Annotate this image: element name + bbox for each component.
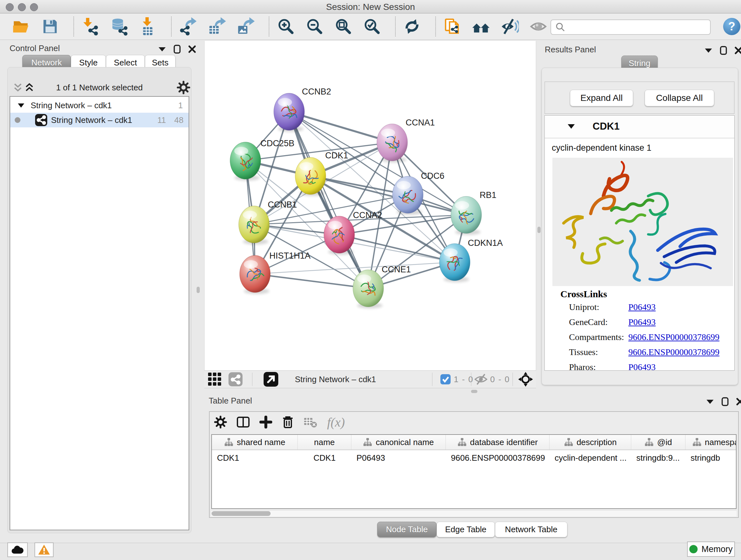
network-edge-CCNA2-CDKN1A[interactable] [339,235,455,262]
control-panel-float-icon[interactable] [158,46,166,52]
hide-results-icon[interactable] [500,17,519,36]
column-header-namespac[interactable]: namespac [685,435,737,449]
control-panel-close-icon[interactable] [188,45,196,53]
export-table-icon[interactable] [207,17,226,36]
table-panel-window-icon[interactable] [721,397,729,406]
crosslink-value-link[interactable]: P06493 [628,302,656,312]
table-settings-gear-icon[interactable] [214,416,227,428]
crosslink-value-link[interactable]: 9606.ENSP00000378699 [628,347,719,357]
folder-open-icon[interactable] [12,17,30,36]
network-edge-HIST1H1A-CCNE1[interactable] [255,274,368,288]
network-badge-icon [35,114,47,126]
results-panel-close-icon[interactable] [734,46,741,55]
column-header--id[interactable]: @id [631,435,685,449]
column-header-database-identifier[interactable]: database identifier [446,435,549,449]
network-tree-child-row[interactable]: String Network – cdk1 11 48 [10,113,189,127]
import-database-icon[interactable] [110,17,128,36]
export-network-icon[interactable] [179,17,197,36]
status-footer: Memory [0,543,741,560]
network-edge-CCNB2-CCNA1[interactable] [289,112,392,142]
zoom-fit-icon[interactable] [334,17,352,36]
memory-button[interactable]: Memory [687,542,735,557]
warnings-button[interactable] [35,543,54,557]
toolbar-divider [395,17,396,37]
home-icon[interactable] [472,17,490,36]
column-header-canonical-name[interactable]: canonical name [351,435,446,449]
entry-caret-icon[interactable] [567,123,576,130]
table-cell: cyclin-dependent ... [549,450,631,465]
cloud-status-button[interactable] [7,543,28,557]
expand-all-button[interactable]: Expand All [570,90,633,106]
search-input[interactable] [568,22,710,33]
column-header-description[interactable]: description [549,435,631,449]
crosslink-value-link[interactable]: P06493 [628,317,656,327]
edge-count: 48 [174,115,184,125]
add-column-icon[interactable] [259,416,272,428]
results-panel-float-icon[interactable] [704,47,713,54]
network-node-CDKN1A[interactable]: CDKN1A [440,238,503,282]
network-share-icon[interactable] [228,371,243,388]
help-button[interactable]: ? [723,18,740,35]
table-panel-close-icon[interactable] [736,397,741,406]
network-node-CCNE1[interactable]: CCNE1 [353,265,411,308]
zoom-in-icon[interactable] [276,17,295,36]
table-horizontal-scrollbar[interactable] [211,510,737,516]
zoom-out-icon[interactable] [305,17,324,36]
zoom-selected-icon[interactable] [362,17,381,36]
scrollbar-thumb[interactable] [212,511,271,516]
left-splitter-handle[interactable] [197,287,200,293]
string-import-icon[interactable] [443,17,461,36]
control-panel-window-icon[interactable] [173,45,181,54]
network-node-CCNB2[interactable]: CCNB2 [274,87,331,132]
fit-move-icon[interactable] [518,371,533,388]
import-network-icon[interactable] [81,17,99,36]
show-results-icon[interactable] [529,17,548,36]
export-view-icon[interactable] [264,371,278,388]
tab-node-table[interactable]: Node Table [377,522,436,537]
search-box[interactable] [550,19,711,35]
save-icon[interactable] [41,17,59,36]
delete-column-trash-icon[interactable] [282,415,294,429]
results-panel: Results Panel String Expand All Collapse… [541,41,739,386]
tree-caret-icon[interactable] [17,102,25,109]
collapse-all-button[interactable]: Collapse All [645,90,714,106]
node-label-RB1: RB1 [480,190,496,200]
network-node-CCNB1[interactable]: CCNB1 [239,200,297,245]
split-columns-icon[interactable] [237,416,250,428]
table-panel-float-icon[interactable] [706,398,714,405]
node-label-CCNA2: CCNA2 [353,210,382,220]
network-options-gear-icon[interactable] [177,81,190,94]
table-cell: CDK1 [212,450,298,465]
crosslink-value-link[interactable]: 9606.ENSP00000378699 [628,332,719,342]
crosslink-label: Compartments: [569,332,624,342]
tab-network-table[interactable]: Network Table [495,522,567,537]
table-header-row: shared namenamecanonical namedatabase id… [212,435,736,450]
column-header-shared-name[interactable]: shared name [212,435,298,449]
birdseye-grid-icon[interactable] [208,371,221,388]
selected-checkbox-icon[interactable] [441,371,451,388]
network-node-CDC6[interactable]: CDC6 [393,171,445,215]
results-button-strip: Expand All Collapse All [544,81,735,114]
network-column-icon [363,438,373,446]
refresh-icon[interactable] [403,17,421,36]
results-panel-window-icon[interactable] [720,46,727,55]
delete-table-icon [304,416,318,428]
network-column-icon [644,438,654,446]
gene-entry-header[interactable]: CDK1 [545,116,734,138]
network-view-toolbar: String Network – cdk1 1 - 0 0 - 0 [204,370,536,388]
network-column-icon [224,438,233,446]
hidden-eye-slash-icon[interactable] [474,371,488,388]
network-view-canvas[interactable]: CCNB2 CCNA1 CDC25B [204,41,536,370]
tab-edge-table[interactable]: Edge Table [436,522,495,537]
right-splitter-handle[interactable] [537,227,541,233]
network-edge-CCNB2-CCNE1[interactable] [289,112,368,288]
export-image-icon[interactable] [236,17,255,36]
network-tree-root-row[interactable]: String Network – cdk1 1 [10,98,189,113]
import-table-icon[interactable] [138,17,157,36]
crosslink-value-link[interactable]: P06493 [628,362,656,371]
network-node-RB1[interactable]: RB1 [451,190,496,235]
table-row[interactable]: CDK1CDK1P064939606.ENSP00000378699cyclin… [212,450,736,465]
bottom-splitter-handle[interactable] [471,390,477,393]
column-header-name[interactable]: name [298,435,351,449]
column-label: name [314,437,335,447]
